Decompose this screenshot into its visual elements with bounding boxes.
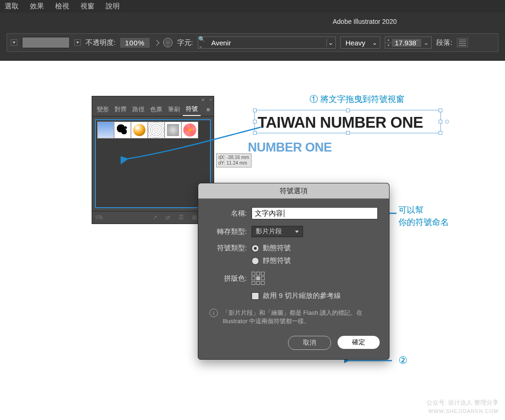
symbol-options-dialog: 符號選項 名稱: 文字內容 轉存類型: 影片片段 符號類型: 動態符號 靜態符號… (198, 183, 390, 360)
chevron-right-icon[interactable] (153, 40, 159, 46)
artboard-text[interactable]: TAIWAN NUMBER ONE (258, 114, 423, 131)
export-type-label: 轉存類型: (209, 227, 247, 236)
tab-symbols[interactable]: 符號 (183, 103, 201, 116)
menu-window[interactable]: 視窗 (80, 2, 94, 11)
panel-footer: ⫁⧉ ↗ ⇄ ☰ ⊞ 🗑 (92, 211, 214, 224)
registration-grid[interactable] (252, 272, 265, 285)
tab-swatches[interactable]: 色票 (147, 103, 165, 116)
tab-align[interactable]: 對齊 (112, 103, 130, 116)
control-bar: 不透明度: 100% 字元: 🔍⌄ Avenir ⌄ Heavy ⌄ ▴▾ 17… (7, 33, 498, 52)
info-icon: i (209, 309, 218, 317)
name-field[interactable]: 文字內容 (252, 207, 378, 219)
radio-static-label: 靜態符號 (263, 256, 291, 265)
symbol-thumb[interactable] (114, 122, 131, 138)
symbol-thumb[interactable] (131, 122, 148, 138)
nine-slice-label: 啟用 9 切片縮放的參考線 (263, 291, 341, 300)
annotation-step1: ① 將文字拖曳到符號視窗 (310, 93, 404, 105)
radio-dynamic-label: 動態符號 (263, 244, 291, 253)
symbols-panel: ✕« 變形 對齊 路徑 色票 筆刷 符號 ≡ ⫁⧉ ↗ ⇄ ☰ ⊞ 🗑 (92, 96, 214, 224)
dialog-title: 符號選項 (198, 183, 389, 199)
dropdown-icon[interactable] (11, 39, 17, 46)
stepper[interactable]: ▴▾ (385, 37, 392, 48)
symbol-library[interactable] (95, 119, 211, 208)
tab-brushes[interactable]: 筆刷 (165, 103, 183, 116)
watermark: 公众号: 设计达人 整理分享 WWW.SHEJIDAREN.COM (426, 398, 498, 415)
menu-select[interactable]: 選取 (5, 2, 19, 11)
radio-static[interactable] (252, 257, 259, 265)
menu-view[interactable]: 檢視 (55, 2, 69, 11)
annotation-name-hint: 可以幫你的符號命名 (398, 204, 449, 228)
menu-effect[interactable]: 效果 (30, 2, 44, 11)
paragraph-label: 段落: (436, 38, 452, 47)
menu-help[interactable]: 說明 (106, 2, 120, 11)
collapse-icon[interactable]: « (209, 97, 212, 102)
symbol-thumb[interactable] (165, 122, 181, 138)
new-symbol-icon[interactable]: ⊞ (192, 214, 197, 221)
panel-menu-icon[interactable]: ≡ (204, 106, 212, 113)
break-link-icon[interactable]: ⇄ (166, 214, 170, 221)
symbol-thumb[interactable] (181, 122, 198, 138)
appearance-swatch[interactable] (22, 37, 70, 48)
cancel-button[interactable]: 取消 (288, 336, 331, 350)
font-name: Avenir (209, 39, 326, 47)
font-weight-select[interactable]: Heavy ⌄ (340, 36, 381, 49)
tab-transform[interactable]: 變形 (94, 103, 112, 116)
font-family-select[interactable]: 🔍⌄ Avenir ⌄ (198, 36, 336, 49)
nine-slice-checkbox[interactable] (252, 292, 259, 300)
chevron-down-icon: ⌄ (421, 38, 431, 47)
opacity-value[interactable]: 100% (120, 38, 149, 48)
radio-dynamic[interactable] (252, 245, 259, 252)
character-label: 字元: (177, 38, 193, 47)
info-note: i 「影片片段」和「繪圖」都是 Flash 讀入的標記。在 Illustrato… (209, 309, 378, 326)
ok-button[interactable]: 確定 (338, 336, 380, 349)
font-size-value: 17.938˙ (392, 39, 421, 47)
annotation-step2: ② (398, 355, 408, 367)
globe-icon[interactable] (163, 38, 173, 47)
menu-bar: 選取 效果 檢視 視窗 說明 (0, 0, 505, 13)
options-icon[interactable]: ☰ (179, 214, 184, 221)
chevron-down-icon: ⌄ (326, 38, 335, 47)
opacity-label: 不透明度: (86, 38, 115, 47)
symbol-thumb[interactable] (97, 122, 114, 138)
library-icon[interactable]: ⫁⧉ (95, 214, 103, 221)
export-type-select[interactable]: 影片片段 (252, 226, 303, 237)
name-label: 名稱: (209, 209, 247, 218)
font-weight: Heavy (341, 39, 370, 47)
chevron-down-icon: ⌄ (370, 38, 380, 47)
symbol-thumb[interactable] (148, 122, 165, 138)
app-chrome: 選取 效果 檢視 視窗 說明 Adobe Illustrator 2020 不透… (0, 0, 505, 61)
search-icon: 🔍⌄ (198, 36, 209, 49)
tab-path[interactable]: 路徑 (130, 103, 147, 116)
font-size-field[interactable]: ▴▾ 17.938˙ ⌄ (385, 36, 432, 49)
panel-tabs: 變形 對齊 路徑 色票 筆刷 符號 ≡ (92, 103, 214, 116)
dropdown-icon[interactable] (74, 39, 81, 46)
drag-ghost-text: NUMBER ONE (248, 140, 332, 155)
smart-guide-measure: dX: -38.16 mm dY: 11.24 mm (216, 153, 252, 167)
registration-label: 拼版色: (209, 274, 247, 283)
close-icon[interactable]: ✕ (201, 97, 205, 102)
title-bar: Adobe Illustrator 2020 (0, 13, 505, 29)
paragraph-align-icon[interactable] (457, 38, 468, 47)
symbol-type-label: 符號類型: (209, 244, 247, 253)
place-icon[interactable]: ↗ (152, 214, 157, 221)
app-title: Adobe Illustrator 2020 (333, 18, 397, 25)
